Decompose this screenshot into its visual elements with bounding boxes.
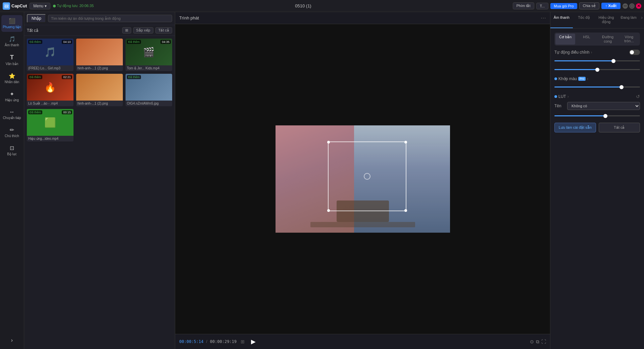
media-item[interactable]: hinh-anh-...1 (2).png — [76, 39, 123, 71]
media-item[interactable]: 🎵 Đã thêm 04:10 (FREE) Lo... Girl.mp3 — [27, 39, 73, 71]
sidebar-label-chu-thich: Chú thích — [5, 134, 19, 138]
status-dot — [53, 5, 56, 7]
preview-area — [175, 24, 550, 334]
sidebar-label-nhan-dan: Nhãn dán — [5, 80, 19, 84]
preview-ctrl-icons: ⊙ ⧉ ⛶ — [530, 339, 546, 345]
effect-icon: ✦ — [10, 91, 14, 97]
crop-center-handle[interactable] — [364, 173, 370, 180]
filter-icon: ⊡ — [10, 145, 14, 151]
auto-adjust-row: Tự động điều chỉnh › — [554, 50, 640, 55]
transition-icon: ↔ — [9, 109, 15, 115]
svg-text:CC: CC — [5, 5, 9, 8]
picture-in-picture-icon[interactable]: ⧉ — [536, 339, 539, 345]
main-layout: ⬛ Phương tiện 🎵 Âm thanh T Văn bản ⭐ Nhã… — [0, 12, 644, 349]
sidebar-item-chuyen-tiep[interactable]: ↔ Chuyển tiếp — [1, 106, 22, 123]
pro-button[interactable]: Mua gói Pro — [550, 3, 577, 9]
media-item[interactable]: Đã thêm OIG4.nZmlAWm5.jpg — [126, 74, 172, 106]
import-tab[interactable]: Nhập — [27, 14, 46, 23]
all-label: Tất cả — [27, 28, 38, 33]
media-duration: 00:15 — [62, 110, 72, 114]
close-button[interactable]: ✕ — [636, 3, 641, 9]
color-match-slider[interactable] — [554, 86, 640, 88]
sidebar-expand[interactable]: › — [1, 335, 22, 346]
lut-slider[interactable] — [554, 115, 640, 116]
media-name: Tom & Jer... Kids.mp4 — [126, 65, 172, 71]
sidebar-label-bo-loc: Bộ lọc — [7, 152, 17, 156]
media-item[interactable]: 🔥 Đã thêm 02:21 Lò Sưởi ...áo - .mp4 — [27, 74, 73, 106]
tab-toc-do[interactable]: Tốc độ — [573, 12, 595, 28]
sidebar-item-chu-thich[interactable]: ✏ Chú thích — [1, 124, 22, 141]
lut-header-row: LUT › ↺ — [554, 94, 640, 99]
filter-button[interactable]: Tất cả — [155, 27, 172, 34]
subtab-duong-cong[interactable]: Đường cong — [598, 34, 618, 45]
tab-hieu-ung-dong[interactable]: Hiệu ứng động — [595, 12, 617, 28]
time-separator: / — [206, 339, 207, 344]
sidebar-item-nhan-dan[interactable]: ⭐ Nhãn dán — [1, 70, 22, 87]
expand-icon: › — [11, 337, 13, 343]
user-button[interactable]: T... — [536, 3, 549, 9]
adjust-slider-2[interactable] — [554, 69, 640, 70]
fit-screen-icon[interactable]: ⊙ — [530, 339, 534, 345]
grid-view-button[interactable]: ⊞ — [122, 27, 131, 34]
sidebar-item-bo-loc[interactable]: ⊡ Bộ lọc — [1, 142, 22, 159]
right-tabs: Âm thanh Tốc độ Hiệu ứng động Đang làm › — [550, 12, 644, 28]
sidebar-item-hieu-ung[interactable]: ✦ Hiệu ứng — [1, 88, 22, 105]
export-button[interactable]: ↑ Xuất — [601, 3, 621, 9]
top-bar-right: Phím tắt T... Mua gói Pro Chia sẻ ↑ Xuất… — [513, 2, 641, 9]
media-name: Hiệu ứng...ideo.mp4 — [27, 136, 73, 141]
media-duration: 02:21 — [62, 75, 72, 79]
media-badge: Đã thêm — [28, 75, 42, 79]
auto-save-status: Tự động lưu: 20:06:35 — [53, 4, 94, 8]
more-icon[interactable]: › — [640, 12, 644, 28]
subtab-co-ban[interactable]: Cơ bản — [555, 34, 575, 45]
auto-adjust-section: Tự động điều chỉnh › — [554, 50, 640, 71]
sort-button[interactable]: Sắp xếp — [133, 27, 153, 34]
tab-am-thanh[interactable]: Âm thanh — [550, 12, 573, 28]
share-button[interactable]: Chia sẻ — [579, 2, 599, 9]
slider-row-1 — [554, 58, 640, 62]
fullscreen-icon[interactable]: ⛶ — [541, 339, 546, 345]
media-search-input[interactable] — [48, 15, 172, 22]
subtab-hsl[interactable]: HSL — [577, 34, 596, 45]
preview-title: Trình phát — [179, 15, 541, 20]
media-item[interactable]: hinh-anh-...1 (2).png — [76, 74, 123, 106]
crop-handle-tl[interactable] — [327, 141, 330, 143]
media-name: hinh-anh-...1 (2).png — [76, 65, 123, 71]
crop-handle-bl[interactable] — [327, 209, 330, 212]
adjust-slider-1[interactable] — [554, 60, 640, 61]
crop-handle-br[interactable] — [404, 209, 407, 212]
media-grid: 🎵 Đã thêm 04:10 (FREE) Lo... Girl.mp3 hi… — [24, 36, 175, 349]
save-preset-button[interactable]: Lưu làm cài đặt sẵn — [554, 123, 596, 132]
logo-icon: CC — [3, 2, 10, 10]
media-item[interactable]: 🎬 Đã thêm 04:35 Tom & Jer... Kids.mp4 — [126, 39, 172, 71]
crop-handle-tr[interactable] — [404, 141, 407, 143]
media-name: OIG4.nZmlAWm5.jpg — [126, 101, 172, 106]
color-match-row: Khớp màu Pro › — [554, 76, 640, 81]
sidebar-item-am-thanh[interactable]: 🎵 Âm thanh — [1, 33, 22, 50]
lut-slider-row — [554, 113, 640, 117]
menu-button[interactable]: Menu ▾ — [30, 3, 50, 9]
preview-panel: Trình phát ⋯ — [175, 12, 550, 349]
minimize-button[interactable]: ─ — [623, 3, 628, 9]
lut-refresh-icon[interactable]: ↺ — [636, 94, 640, 99]
maximize-button[interactable]: □ — [629, 3, 635, 9]
crop-box[interactable] — [328, 141, 406, 211]
lut-select[interactable]: Không có — [567, 102, 640, 110]
media-duration: 04:35 — [160, 40, 171, 44]
all-button[interactable]: Tất cả — [599, 123, 640, 132]
phim-tat-button[interactable]: Phím tắt — [513, 2, 534, 9]
tab-dang-lam[interactable]: Đang làm — [617, 12, 640, 28]
sticker-icon: ⭐ — [9, 73, 15, 79]
crop-overlay — [276, 125, 450, 233]
caption-icon: ✏ — [10, 127, 14, 133]
play-button[interactable]: ▶ — [249, 337, 258, 346]
subtab-vong-tron[interactable]: Vòng tròn... — [619, 34, 639, 45]
sidebar-item-phuong-tien[interactable]: ⬛ Phương tiện — [1, 15, 22, 32]
preview-frame — [276, 125, 450, 233]
auto-adjust-toggle[interactable] — [629, 50, 640, 55]
media-item[interactable]: 🟩 Đã thêm 00:15 Hiệu ứng...ideo.mp4 — [27, 109, 73, 141]
sidebar-item-van-ban[interactable]: T Văn bản — [1, 51, 22, 69]
color-match-info: › — [587, 76, 588, 81]
layout-icon: ⊞ — [241, 339, 245, 344]
preview-menu-icon[interactable]: ⋯ — [541, 15, 546, 21]
